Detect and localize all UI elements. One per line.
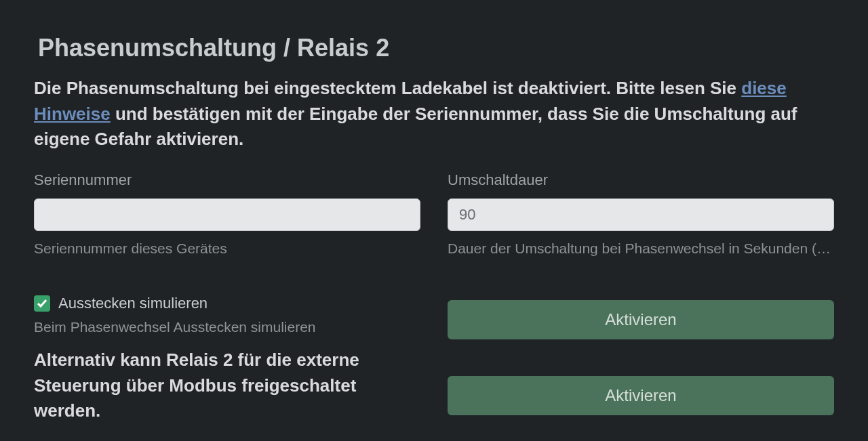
duration-input[interactable] xyxy=(448,198,834,231)
phase-switch-description: Die Phasenumschaltung bei eingestecktem … xyxy=(34,76,834,152)
right-column: Umschaltdauer Dauer der Umschaltung bei … xyxy=(448,171,834,424)
checkmark-icon xyxy=(37,298,47,309)
serial-label: Seriennummer xyxy=(34,171,420,189)
simulate-unplug-label: Ausstecken simulieren xyxy=(58,295,208,312)
activate-phase-switch-button[interactable]: Aktivieren xyxy=(448,300,834,339)
form-row: Seriennummer Seriennummer dieses Gerätes… xyxy=(34,171,834,424)
description-text-after: und bestätigen mit der Eingabe der Serie… xyxy=(34,104,797,150)
left-column: Seriennummer Seriennummer dieses Gerätes… xyxy=(34,171,420,424)
simulate-unplug-row: Ausstecken simulieren xyxy=(34,295,420,312)
simulate-unplug-checkbox[interactable] xyxy=(34,295,50,312)
activate-relay2-button[interactable]: Aktivieren xyxy=(448,376,834,415)
duration-help: Dauer der Umschaltung bei Phasenwechsel … xyxy=(448,240,834,257)
page-title: Phasenumschaltung / Relais 2 xyxy=(38,34,834,62)
duration-label: Umschaltdauer xyxy=(448,171,834,189)
serial-help: Seriennummer dieses Gerätes xyxy=(34,240,420,257)
description-text-before: Die Phasenumschaltung bei eingestecktem … xyxy=(34,78,741,98)
simulate-unplug-help: Beim Phasenwechsel Ausstecken simulieren xyxy=(34,319,420,335)
serial-input[interactable] xyxy=(34,198,420,231)
relay2-alt-text: Alternativ kann Relais 2 für die externe… xyxy=(34,348,420,424)
